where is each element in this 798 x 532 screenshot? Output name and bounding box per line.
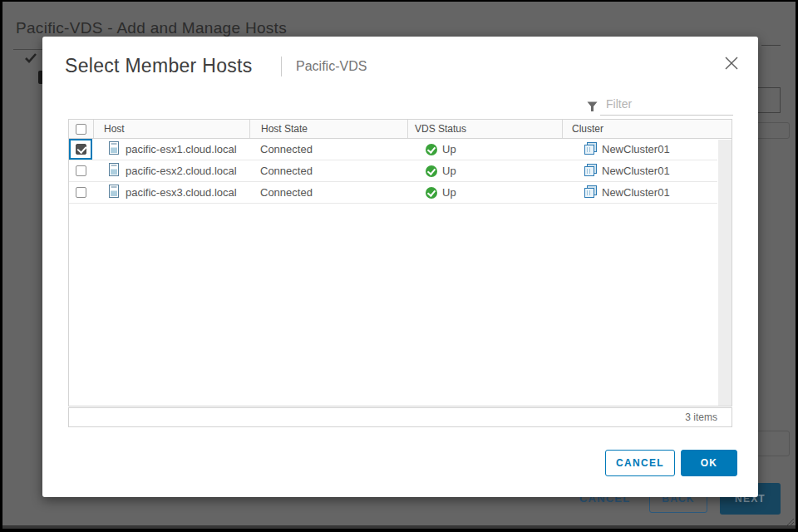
vds-status: Up bbox=[442, 165, 456, 177]
row-checkbox-cell[interactable] bbox=[69, 160, 93, 181]
background-panel-edge bbox=[761, 45, 781, 46]
status-up-icon bbox=[426, 165, 437, 177]
table-header-row: Host Host State VDS Status Cluster bbox=[68, 119, 732, 139]
table-row[interactable]: pacific-esx1.cloud.local Connected Up bbox=[69, 139, 717, 160]
row-checkbox[interactable] bbox=[76, 187, 86, 198]
column-header-host-state[interactable]: Host State bbox=[249, 120, 407, 138]
dialog-actions: CANCEL OK bbox=[605, 450, 737, 476]
row-checkbox-cell[interactable] bbox=[69, 139, 93, 160]
title-divider bbox=[281, 57, 282, 76]
column-header-cluster[interactable]: Cluster bbox=[562, 120, 732, 138]
step-complete-check-icon bbox=[24, 52, 37, 67]
column-header-host[interactable]: Host bbox=[93, 120, 249, 138]
table-footer: 3 items bbox=[68, 407, 732, 427]
close-icon bbox=[725, 57, 738, 73]
table-body: pacific-esx1.cloud.local Connected Up bbox=[68, 139, 732, 406]
filter-input[interactable] bbox=[600, 95, 733, 116]
cluster-name: NewCluster01 bbox=[602, 186, 670, 199]
status-up-icon bbox=[426, 187, 437, 199]
cluster-icon bbox=[584, 185, 597, 200]
select-all-checkbox[interactable] bbox=[76, 124, 86, 135]
items-count: 3 items bbox=[685, 411, 717, 423]
dialog-subtitle: Pacific-VDS bbox=[296, 59, 367, 74]
esxi-host-icon bbox=[109, 163, 119, 179]
cluster-icon bbox=[584, 164, 597, 179]
background-button-outline-bottom bbox=[756, 431, 790, 456]
background-window-title: Pacific-VDS - Add and Manage Hosts bbox=[16, 19, 287, 37]
cluster-name: NewCluster01 bbox=[602, 165, 670, 177]
window-bottom-edge bbox=[2, 525, 796, 529]
table-rows-area: pacific-esx1.cloud.local Connected Up bbox=[69, 139, 717, 406]
background-button-outline-top bbox=[756, 122, 790, 139]
cluster-icon bbox=[584, 142, 597, 157]
filter-funnel-icon bbox=[587, 101, 598, 116]
cluster-name: NewCluster01 bbox=[602, 143, 670, 155]
row-checkbox-checked[interactable] bbox=[76, 144, 86, 155]
host-name: pacific-esx1.cloud.local bbox=[126, 143, 237, 155]
vds-status: Up bbox=[442, 143, 456, 155]
row-checkbox-cell[interactable] bbox=[69, 182, 93, 203]
host-name: pacific-esx3.cloud.local bbox=[126, 186, 237, 199]
cancel-button[interactable]: CANCEL bbox=[605, 450, 675, 476]
table-row[interactable]: pacific-esx2.cloud.local Connected Up bbox=[69, 160, 717, 182]
host-state: Connected bbox=[249, 139, 407, 160]
select-all-cell[interactable] bbox=[69, 120, 93, 138]
close-button[interactable] bbox=[720, 53, 743, 76]
hosts-table: Host Host State VDS Status Cluster bbox=[68, 119, 732, 427]
row-checkbox[interactable] bbox=[76, 165, 86, 176]
status-up-icon bbox=[426, 144, 437, 155]
table-scrollbar[interactable] bbox=[718, 140, 732, 406]
column-header-vds-status[interactable]: VDS Status bbox=[407, 120, 562, 138]
host-state: Connected bbox=[249, 160, 407, 181]
dialog-title: Select Member Hosts bbox=[65, 55, 253, 77]
host-state: Connected bbox=[249, 182, 407, 203]
esxi-host-icon bbox=[109, 185, 119, 200]
table-row[interactable]: pacific-esx3.cloud.local Connected Up bbox=[69, 182, 717, 204]
esxi-host-icon bbox=[109, 141, 119, 157]
select-member-hosts-dialog: Select Member Hosts Pacific-VDS Host Hos… bbox=[42, 37, 758, 497]
ok-button[interactable]: OK bbox=[681, 450, 737, 476]
filter-control bbox=[584, 95, 733, 116]
host-name: pacific-esx2.cloud.local bbox=[126, 165, 237, 177]
vds-status: Up bbox=[442, 186, 456, 199]
